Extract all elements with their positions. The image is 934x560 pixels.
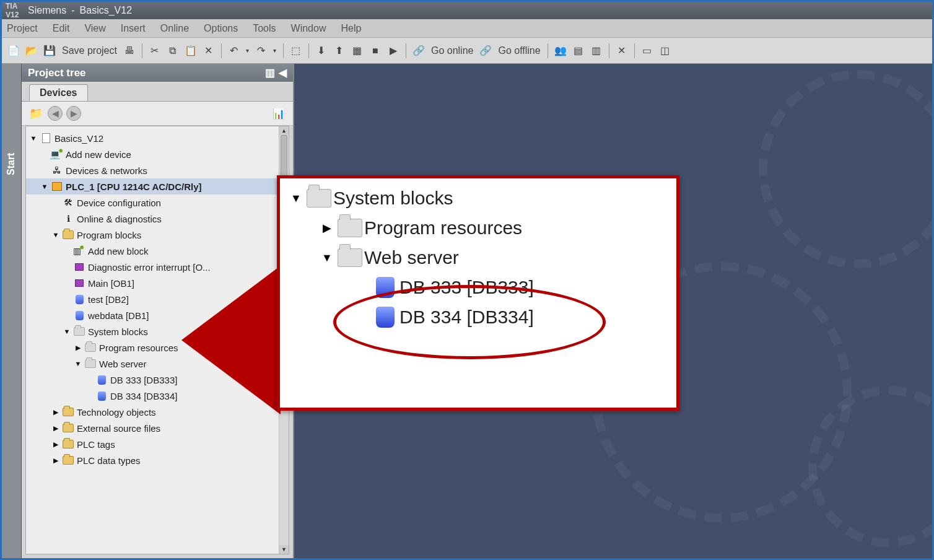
expand-icon[interactable]: ▼	[40, 182, 50, 191]
tree-online-diag[interactable]: ℹ Online & diagnostics	[26, 211, 289, 227]
menu-online[interactable]: Online	[160, 23, 189, 34]
plc-icon	[51, 181, 63, 192]
go-online-icon[interactable]: 🔗	[411, 43, 427, 59]
menu-options[interactable]: Options	[204, 23, 238, 34]
menu-project[interactable]: Project	[7, 23, 38, 34]
paste-icon[interactable]: 📋	[183, 43, 199, 59]
toolbar: 📄 📂 💾 Save project 🖶 ✂ ⧉ 📋 ✕ ↶ ▾ ↷ ▾ ⬚ ⬇…	[2, 38, 932, 64]
project-icon	[40, 133, 52, 144]
nav-back-icon[interactable]: ◀	[48, 106, 63, 121]
tree-label: System blocks	[88, 326, 148, 337]
download-icon[interactable]: ⬇	[313, 43, 330, 59]
callout-program-resources: Program resources	[364, 217, 522, 238]
menu-edit[interactable]: Edit	[53, 23, 70, 34]
menu-help[interactable]: Help	[341, 23, 361, 34]
cross-ref-icon[interactable]: ▤	[570, 43, 587, 59]
expand-icon[interactable]: ▶	[73, 343, 83, 352]
tree-root[interactable]: ▼ Basics_V12	[26, 130, 289, 146]
stop-icon[interactable]: ■	[367, 43, 383, 59]
menu-tools[interactable]: Tools	[253, 23, 276, 34]
tree-label: PLC tags	[77, 439, 115, 450]
expand-icon[interactable]: ▼	[73, 359, 83, 369]
close-view-icon[interactable]: ✕	[614, 43, 630, 59]
undo-icon[interactable]: ↶	[226, 43, 242, 59]
db-icon	[73, 294, 85, 305]
title-bar: TIA V12 Siemens - Basics_V12	[2, 2, 932, 19]
open-project-icon[interactable]: 📂	[24, 43, 40, 59]
tab-devices[interactable]: Devices	[29, 84, 88, 101]
tree-add-block[interactable]: ▥✸ Add new block	[26, 243, 289, 259]
cut-icon[interactable]: ✂	[147, 43, 163, 59]
tree-device-config[interactable]: 🛠 Device configuration	[26, 195, 289, 211]
go-offline-label[interactable]: Go offline	[498, 45, 540, 56]
db-icon	[95, 390, 108, 401]
db-icon	[95, 374, 108, 385]
delete-icon[interactable]: ✕	[201, 43, 217, 59]
tree-label: PLC data types	[77, 455, 141, 466]
menu-window[interactable]: Window	[291, 23, 326, 34]
undo-dropdown-icon[interactable]: ▾	[244, 43, 251, 59]
tree-label: Web server	[99, 359, 146, 369]
folder-icon	[73, 326, 85, 337]
tree-plc[interactable]: ▼ PLC_1 [CPU 1214C AC/DC/Rly]	[26, 178, 289, 195]
expand-icon[interactable]: ▼	[51, 230, 61, 240]
accessible-devices-icon[interactable]: 👥	[552, 43, 569, 59]
expand-icon[interactable]: ▶	[51, 455, 61, 465]
hw-icon[interactable]: ▦	[349, 43, 365, 59]
scroll-up-icon[interactable]: ▲	[279, 126, 289, 135]
tree-program-blocks[interactable]: ▼ Program blocks	[26, 227, 289, 243]
compile-icon[interactable]: ⬚	[288, 43, 304, 59]
split-v-icon[interactable]: ◫	[657, 43, 673, 59]
nav-forward-icon[interactable]: ▶	[66, 106, 81, 121]
tree-ext-source[interactable]: ▶ External source files	[26, 420, 289, 436]
expand-icon[interactable]: ▶	[51, 439, 61, 449]
tree-label: Add new block	[88, 246, 149, 256]
tree-plc-datatypes[interactable]: ▶ PLC data types	[26, 452, 289, 468]
save-project-label[interactable]: Save project	[62, 45, 117, 56]
upload-icon[interactable]: ⬆	[331, 43, 347, 59]
redo-dropdown-icon[interactable]: ▾	[271, 43, 279, 59]
scroll-down-icon[interactable]: ▼	[279, 545, 289, 554]
start-sidebar-tab[interactable]: Start	[2, 64, 22, 558]
menu-insert[interactable]: Insert	[121, 23, 146, 34]
new-project-icon[interactable]: 📄	[6, 43, 22, 59]
expand-icon[interactable]: ▶	[51, 407, 61, 417]
expand-icon[interactable]: ▼	[62, 326, 72, 336]
tree-plc-tags[interactable]: ▶ PLC tags	[26, 436, 289, 452]
tree-label: webdata [DB1]	[88, 310, 149, 321]
save-icon[interactable]: 💾	[41, 43, 58, 59]
new-folder-icon[interactable]: 📁	[28, 105, 44, 121]
detail-view-icon[interactable]: 📊	[271, 105, 287, 121]
start-label: Start	[6, 153, 17, 175]
print-icon[interactable]: 🖶	[121, 43, 137, 59]
expand-icon: ▼	[318, 252, 336, 265]
go-offline-icon[interactable]: 🔗	[478, 43, 494, 59]
callout-db334: DB 334 [DB334]	[399, 307, 534, 328]
tree-devices-networks[interactable]: 🖧 Devices & networks	[26, 162, 289, 178]
tree-label: Main [OB1]	[88, 278, 134, 289]
go-online-label[interactable]: Go online	[431, 45, 474, 56]
panel-collapse-icon[interactable]: ◀	[279, 66, 287, 79]
add-device-icon: 💻✸	[51, 149, 63, 160]
panel-toolbar: 📁 ◀ ▶ 📊	[22, 101, 293, 126]
db-icon	[371, 275, 399, 300]
copy-icon[interactable]: ⧉	[165, 43, 181, 59]
redo-icon[interactable]: ↷	[253, 43, 269, 59]
expand-icon[interactable]: ▶	[51, 423, 61, 433]
panel-header: Project tree ▥ ◀	[22, 64, 293, 82]
split-h-icon[interactable]: ▭	[639, 43, 655, 59]
menu-view[interactable]: View	[84, 23, 105, 34]
expand-icon[interactable]: ▼	[28, 133, 38, 143]
tree-label: DB 334 [DB334]	[110, 391, 177, 401]
tag-table-icon[interactable]: ▥	[588, 43, 604, 59]
expand-icon: ▼	[287, 192, 305, 205]
callout-zoom: ▼ System blocks ▶ Program resources ▼ We…	[277, 175, 679, 411]
config-icon: 🛠	[62, 197, 74, 208]
tree-label: Online & diagnostics	[77, 214, 162, 224]
folder-icon	[62, 406, 74, 418]
tree-add-device[interactable]: 💻✸ Add new device	[26, 146, 289, 162]
title-app: Siemens	[28, 5, 66, 16]
app-logo-icon: TIA V12	[6, 4, 23, 17]
panel-column-icon[interactable]: ▥	[265, 66, 275, 79]
run-icon[interactable]: ▶	[385, 43, 401, 59]
